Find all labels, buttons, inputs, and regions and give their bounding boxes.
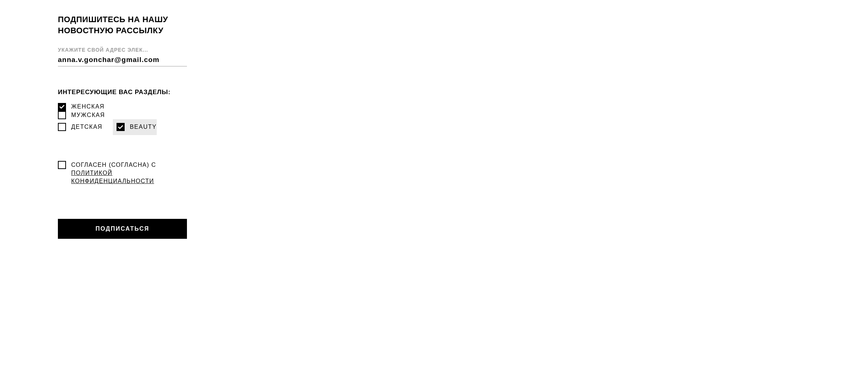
form-title: ПОДПИШИТЕСЬ НА НАШУ НОВОСТНУЮ РАССЫЛКУ bbox=[58, 14, 187, 36]
checkbox-item-women: ЖЕНСКАЯ bbox=[58, 103, 105, 111]
email-section: УКАЖИТЕ СВОЙ АДРЕС ЭЛЕК... bbox=[58, 47, 187, 66]
checkbox-row-kids-beauty: ДЕТСКАЯ BEAUTY bbox=[58, 119, 187, 135]
consent-section: СОГЛАСЕН (СОГЛАСНА) С ПОЛИТИКОЙ КОНФИДЕН… bbox=[58, 161, 187, 186]
consent-text: СОГЛАСЕН (СОГЛАСНА) С ПОЛИТИКОЙ КОНФИДЕН… bbox=[71, 161, 187, 186]
sections-title: ИНТЕРЕСУЮЩИЕ ВАС РАЗДЕЛЫ: bbox=[58, 89, 187, 96]
check-icon bbox=[118, 125, 123, 129]
checkbox-kids[interactable] bbox=[58, 123, 66, 131]
privacy-policy-link[interactable]: ПОЛИТИКОЙ КОНФИДЕНЦИАЛЬНОСТИ bbox=[71, 170, 154, 184]
consent-row: СОГЛАСЕН (СОГЛАСНА) С ПОЛИТИКОЙ КОНФИДЕН… bbox=[58, 161, 187, 186]
email-input[interactable] bbox=[58, 55, 187, 66]
subscribe-button[interactable]: ПОДПИСАТЬСЯ bbox=[58, 219, 187, 239]
beauty-highlight: BEAUTY bbox=[113, 119, 157, 135]
checkbox-row-women: ЖЕНСКАЯ bbox=[58, 103, 187, 111]
checkbox-label-kids[interactable]: ДЕТСКАЯ bbox=[71, 123, 103, 131]
checkbox-item-men: МУЖСКАЯ bbox=[58, 111, 105, 119]
checkbox-item-kids: ДЕТСКАЯ bbox=[58, 123, 103, 131]
checkbox-women[interactable] bbox=[58, 103, 66, 111]
checkbox-consent[interactable] bbox=[58, 161, 66, 169]
email-label: УКАЖИТЕ СВОЙ АДРЕС ЭЛЕК... bbox=[58, 47, 187, 53]
checkbox-row-men: МУЖСКАЯ bbox=[58, 111, 187, 119]
checkbox-label-women[interactable]: ЖЕНСКАЯ bbox=[71, 103, 105, 111]
sections-area: ИНТЕРЕСУЮЩИЕ ВАС РАЗДЕЛЫ: ЖЕНСКАЯ МУЖСКА… bbox=[58, 89, 187, 135]
checkbox-beauty[interactable] bbox=[117, 123, 125, 131]
newsletter-form: ПОДПИШИТЕСЬ НА НАШУ НОВОСТНУЮ РАССЫЛКУ У… bbox=[58, 14, 187, 239]
checkbox-men[interactable] bbox=[58, 111, 66, 119]
consent-prefix: СОГЛАСЕН (СОГЛАСНА) С bbox=[71, 162, 156, 168]
check-icon bbox=[59, 105, 65, 109]
checkbox-label-beauty[interactable]: BEAUTY bbox=[130, 123, 157, 131]
checkbox-label-men[interactable]: МУЖСКАЯ bbox=[71, 111, 105, 119]
